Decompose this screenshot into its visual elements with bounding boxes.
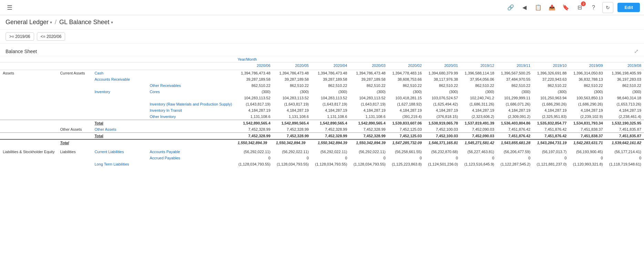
- refresh-button[interactable]: ↻: [602, 2, 613, 13]
- th-col-1[interactable]: 2020/05: [273, 62, 311, 70]
- cell-value: 862,510.22: [461, 82, 497, 89]
- grand-total-cell: 1,543,855,681.28: [497, 139, 533, 146]
- category-label: Current Assets: [57, 70, 92, 77]
- sub-label[interactable]: Inventory (Raw Materials and Production …: [147, 101, 235, 107]
- cell-value: 4,184,287.19: [235, 107, 273, 113]
- cell-value: (1,124,501,236.0): [425, 161, 461, 167]
- cell-value: 1,396,326,691.88: [533, 70, 569, 77]
- th-empty4: [147, 62, 235, 70]
- total-cell: 1,532,190,325.95: [606, 120, 644, 127]
- filter-to[interactable]: <= 2020/06: [37, 32, 65, 41]
- item-label[interactable]: Other Assets: [92, 126, 147, 133]
- total-cell: 7,452,328.99: [273, 133, 311, 140]
- sub-label: [147, 161, 235, 167]
- cell-value: 0: [461, 155, 497, 161]
- th-col-4[interactable]: 2020/02: [388, 62, 425, 70]
- sub-label[interactable]: Cores: [147, 89, 235, 95]
- cell-value: 7,452,090.03: [461, 126, 497, 133]
- bookmark-icon-button[interactable]: 🔖: [561, 3, 571, 12]
- item-label[interactable]: Long Term Liabilities: [92, 161, 147, 167]
- cell-value: (1,643,817.19): [350, 101, 388, 107]
- item-label[interactable]: Inventory: [92, 89, 147, 95]
- export-icon-button[interactable]: 📤: [547, 3, 557, 12]
- cell-value: (56,227,463.81): [461, 149, 497, 155]
- th-col-7[interactable]: 2019/11: [497, 62, 533, 70]
- th-col-2[interactable]: 2020/04: [311, 62, 350, 70]
- th-col-5[interactable]: 2020/01: [425, 62, 461, 70]
- breadcrumb-separator: /: [55, 19, 57, 26]
- cell-value: 862,510.22: [533, 82, 569, 89]
- cell-value: (56,197,013.7): [533, 149, 569, 155]
- cell-value: (1,128,034,793.55): [350, 161, 388, 167]
- total-cell: 1,534,831,793.34: [569, 120, 605, 127]
- cell-value: (1,122,287,545.2): [497, 161, 533, 167]
- cell-value: (56,292,022.11): [273, 149, 311, 155]
- item-label[interactable]: [92, 155, 147, 161]
- cell-value: (56,193,900.45): [569, 149, 605, 155]
- report-table: Year/Month 2020/06 2020/05 2020/04 2020/…: [0, 56, 644, 170]
- total-cell: 7,451,838.37: [569, 133, 605, 140]
- table-row: Liabilities & Stockholder EquityLiabilit…: [0, 149, 644, 155]
- grand-total-cell: 1,545,271,581.42: [461, 139, 497, 146]
- col-section: [0, 56, 57, 62]
- copy-icon-button[interactable]: 📋: [533, 3, 543, 12]
- cell-value: 38,608,753.66: [388, 76, 425, 82]
- th-empty1: [0, 62, 57, 70]
- cell-value: (2,323,606.2): [461, 113, 497, 120]
- item-label[interactable]: Accounts Receivable: [92, 76, 147, 82]
- cell-value: (1,686,290.26): [569, 101, 605, 107]
- sub-label: [147, 76, 235, 82]
- th-col-9[interactable]: 2019/09: [569, 62, 605, 70]
- item-label[interactable]: [92, 107, 147, 113]
- link-icon-button[interactable]: 🔗: [506, 3, 515, 12]
- back-icon-button[interactable]: ◀: [520, 3, 529, 12]
- table-row: Other Inventory1,131,108.61,131,108.61,1…: [0, 113, 644, 120]
- total-label: Total: [92, 133, 147, 140]
- th-col-10[interactable]: 2019/08: [606, 62, 644, 70]
- cell-value: 0: [533, 155, 569, 161]
- sub-label: [147, 95, 235, 101]
- th-col-0[interactable]: 2020/06: [235, 62, 273, 70]
- th-col-6[interactable]: 2019/12: [461, 62, 497, 70]
- th-col-8[interactable]: 2019/10: [533, 62, 569, 70]
- edit-button[interactable]: Edit: [617, 3, 640, 12]
- cell-value: (1,121,881,237.0): [533, 161, 569, 167]
- th-empty3: [92, 62, 147, 70]
- cell-value: 102,240,741.2: [461, 95, 497, 101]
- cell-value: 4,184,287.19: [606, 107, 644, 113]
- item-label[interactable]: Cash: [92, 70, 147, 77]
- cell-value: (1,128,034,793.55): [235, 161, 273, 167]
- sub-label[interactable]: Accounts Payable: [147, 149, 235, 155]
- total-row: Total7,452,328.997,452,328.997,452,328.9…: [0, 133, 644, 140]
- hamburger-button[interactable]: ☰: [4, 2, 15, 13]
- item-label[interactable]: [92, 82, 147, 89]
- sub-label[interactable]: Accrued Payables: [147, 155, 235, 161]
- cell-value: 0: [425, 155, 461, 161]
- item-label[interactable]: [92, 101, 147, 107]
- item-label[interactable]: [92, 113, 147, 120]
- cell-value: (56,292,022.11): [235, 149, 273, 155]
- section-label: Liabilities & Stockholder Equity: [0, 149, 57, 155]
- cell-value: 0: [606, 155, 644, 161]
- sub-label[interactable]: Other Inventory: [147, 113, 235, 120]
- cell-value: 0: [311, 155, 350, 161]
- help-icon-button[interactable]: ?: [589, 3, 598, 12]
- cell-value: 4,184,287.19: [497, 107, 533, 113]
- cell-value: 1,131,108.6: [235, 113, 273, 120]
- breadcrumb-parent[interactable]: General Ledger ▾: [6, 19, 52, 26]
- table-row: AssetsCurrent AssetsCash1,394,786,473.48…: [0, 70, 644, 77]
- sub-label[interactable]: Inventory In Transit: [147, 107, 235, 113]
- item-label[interactable]: [92, 95, 147, 101]
- item-label[interactable]: Current Liabilities: [92, 149, 147, 155]
- cell-value: 37,484,970.55: [497, 76, 533, 82]
- table-row: Inventory (Raw Materials and Production …: [0, 101, 644, 107]
- sub-label[interactable]: Other Receivables: [147, 82, 235, 89]
- cell-value: (300): [497, 89, 533, 95]
- cell-value: 103,076,524.57: [425, 95, 461, 101]
- total-cell: 1,536,403,804.86: [497, 120, 533, 127]
- filter-from[interactable]: >= 2019/06: [6, 32, 34, 41]
- th-col-3[interactable]: 2020/03: [350, 62, 388, 70]
- breadcrumb-current[interactable]: GL Balance Sheet ▾: [59, 19, 113, 26]
- cell-value: 4,184,287.19: [388, 107, 425, 113]
- cell-value: (300): [606, 89, 644, 95]
